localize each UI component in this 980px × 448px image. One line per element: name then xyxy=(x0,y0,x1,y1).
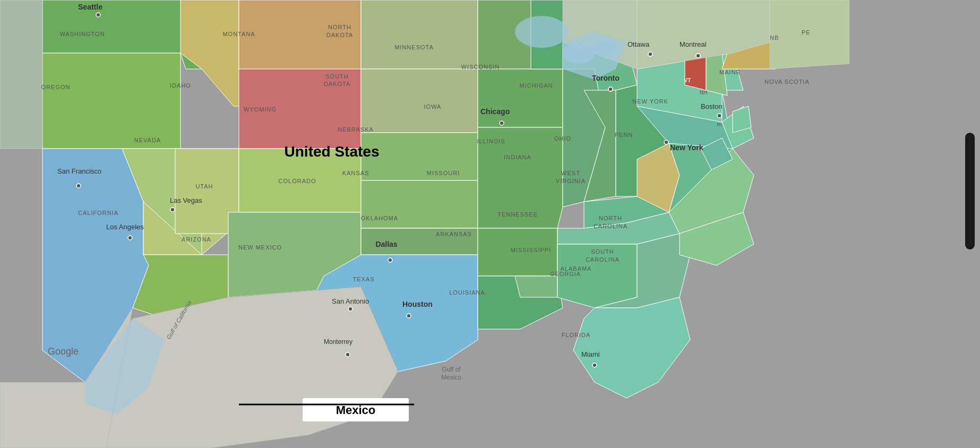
svg-point-62 xyxy=(96,13,100,17)
svg-point-151 xyxy=(696,54,700,58)
svg-rect-61 xyxy=(849,0,980,448)
svg-text:NEVADA: NEVADA xyxy=(134,137,161,143)
svg-text:UTAH: UTAH xyxy=(195,183,213,189)
svg-text:United States: United States xyxy=(285,143,380,160)
svg-text:WASHINGTON: WASHINGTON xyxy=(59,31,105,37)
svg-text:San Francisco: San Francisco xyxy=(57,167,101,175)
svg-text:FLORIDA: FLORIDA xyxy=(562,332,591,338)
svg-text:Miami: Miami xyxy=(581,350,600,358)
svg-text:TEXAS: TEXAS xyxy=(353,276,374,282)
svg-text:MICHIGAN: MICHIGAN xyxy=(520,82,553,89)
svg-text:CAROLINA: CAROLINA xyxy=(586,256,620,263)
svg-text:NORTH: NORTH xyxy=(599,215,622,221)
svg-text:IDAHO: IDAHO xyxy=(170,82,191,89)
svg-text:Monterrey: Monterrey xyxy=(324,338,353,346)
svg-text:PE: PE xyxy=(802,29,811,36)
svg-text:ARIZONA: ARIZONA xyxy=(182,236,211,243)
svg-text:New York: New York xyxy=(670,143,703,152)
svg-text:NB: NB xyxy=(770,35,779,41)
svg-text:Google: Google xyxy=(48,346,79,357)
svg-point-69 xyxy=(500,121,504,125)
svg-text:Las Vegas: Las Vegas xyxy=(170,196,202,204)
svg-text:MISSISSIPPI: MISSISSIPPI xyxy=(511,247,551,253)
svg-text:NORTH: NORTH xyxy=(328,24,351,30)
svg-text:TENNESSEE: TENNESSEE xyxy=(497,211,538,218)
svg-text:Boston: Boston xyxy=(701,102,722,110)
svg-text:MONTANA: MONTANA xyxy=(222,31,255,37)
svg-point-150 xyxy=(648,52,652,56)
svg-text:NEW MEXICO: NEW MEXICO xyxy=(238,244,282,251)
svg-marker-3 xyxy=(42,53,180,149)
svg-text:SOUTH: SOUTH xyxy=(325,73,349,80)
svg-marker-14 xyxy=(361,0,478,69)
svg-text:NEW YORK: NEW YORK xyxy=(632,98,668,105)
svg-text:Ottawa: Ottawa xyxy=(627,40,650,48)
svg-text:Los Angeles: Los Angeles xyxy=(106,223,144,231)
svg-point-66 xyxy=(388,258,392,262)
svg-marker-15 xyxy=(361,69,478,133)
svg-text:Chicago: Chicago xyxy=(480,107,510,116)
svg-point-70 xyxy=(664,140,668,144)
map-container: WASHINGTON OREGON CALIFORNIA NEVADA IDAH… xyxy=(0,0,980,448)
svg-point-57 xyxy=(515,16,568,48)
svg-text:WEST: WEST xyxy=(561,170,580,176)
svg-text:WISCONSIN: WISCONSIN xyxy=(461,64,500,70)
svg-text:NOVA SCOTIA: NOVA SCOTIA xyxy=(764,79,810,85)
svg-text:San Antonio: San Antonio xyxy=(332,297,369,305)
svg-text:GEORGIA: GEORGIA xyxy=(550,271,581,277)
svg-text:CALIFORNIA: CALIFORNIA xyxy=(78,210,118,216)
svg-text:COLORADO: COLORADO xyxy=(279,178,316,184)
svg-text:DAKOTA: DAKOTA xyxy=(324,81,350,87)
svg-text:OREGON: OREGON xyxy=(41,84,71,90)
svg-text:Toronto: Toronto xyxy=(592,74,620,82)
svg-text:Gulf of: Gulf of xyxy=(442,366,461,373)
svg-text:MISSOURI: MISSOURI xyxy=(427,170,460,176)
svg-text:RI: RI xyxy=(717,122,722,127)
svg-text:SOUTH: SOUTH xyxy=(591,248,614,255)
svg-point-72 xyxy=(592,363,597,367)
svg-rect-149 xyxy=(965,133,975,249)
svg-text:Houston: Houston xyxy=(402,300,433,308)
svg-marker-22 xyxy=(478,69,563,127)
svg-text:Dallas: Dallas xyxy=(375,240,397,248)
svg-point-68 xyxy=(407,314,411,318)
svg-text:NEBRASKA: NEBRASKA xyxy=(338,126,374,133)
svg-point-64 xyxy=(128,236,132,240)
svg-text:MINNESOTA: MINNESOTA xyxy=(394,44,434,50)
svg-point-71 xyxy=(717,114,721,118)
svg-text:VIRGINIA: VIRGINIA xyxy=(556,178,586,184)
svg-point-152 xyxy=(608,87,613,91)
svg-text:Mexico: Mexico xyxy=(441,374,461,381)
map-svg: WASHINGTON OREGON CALIFORNIA NEVADA IDAH… xyxy=(0,0,980,448)
svg-text:VT: VT xyxy=(684,77,691,83)
svg-text:CAROLINA: CAROLINA xyxy=(594,223,627,229)
svg-text:OHIO: OHIO xyxy=(554,135,571,142)
svg-text:NH: NH xyxy=(700,90,707,96)
svg-text:OKLAHOMA: OKLAHOMA xyxy=(361,215,398,221)
svg-text:Seattle: Seattle xyxy=(78,3,102,11)
svg-marker-49 xyxy=(0,0,42,149)
svg-text:KANSAS: KANSAS xyxy=(342,170,369,176)
svg-text:ILLINOIS: ILLINOIS xyxy=(477,138,505,144)
svg-text:IOWA: IOWA xyxy=(424,104,442,110)
svg-text:PENN: PENN xyxy=(615,132,633,138)
svg-point-63 xyxy=(76,184,81,188)
svg-text:Mexico: Mexico xyxy=(336,403,376,417)
svg-text:WYOMING: WYOMING xyxy=(244,106,277,113)
svg-point-76 xyxy=(346,352,350,357)
svg-text:Montreal: Montreal xyxy=(680,40,707,48)
svg-point-65 xyxy=(170,208,175,212)
svg-text:DAKOTA: DAKOTA xyxy=(326,32,353,38)
svg-text:MAINE: MAINE xyxy=(719,69,741,75)
svg-text:LOUISIANA: LOUISIANA xyxy=(449,289,485,296)
svg-text:ARKANSAS: ARKANSAS xyxy=(436,231,472,237)
svg-point-67 xyxy=(348,307,353,311)
svg-text:INDIANA: INDIANA xyxy=(504,154,531,160)
